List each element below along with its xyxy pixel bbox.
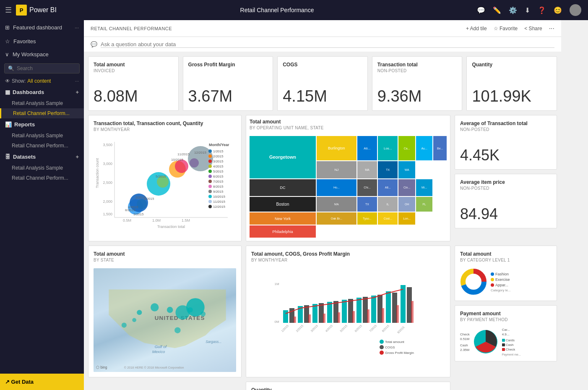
settings-icon[interactable]: ⚙️ — [509, 6, 517, 14]
svg-text:2/2015: 2/2015 — [295, 324, 304, 332]
svg-text:10/2015: 10/2015 — [171, 158, 183, 162]
sidebar-item-retail-channel[interactable]: Retail Channel Perform... — [0, 108, 84, 118]
svg-text:6/2015: 6/2015 — [213, 175, 224, 178]
svg-text:Sargass...: Sargass... — [206, 340, 221, 344]
svg-text:1,500: 1,500 — [103, 212, 112, 216]
qa-bar[interactable]: 💬 — [84, 37, 561, 52]
treemap-cell-tx1: TX — [378, 161, 398, 178]
treemap-cell-chi: Chi... — [357, 179, 377, 196]
content-header: RETAIL CHANNEL PERFORMANCE + Add tile ☆ … — [84, 20, 561, 37]
get-data-button[interactable]: ↗ Get Data — [0, 374, 84, 390]
svg-text:8/2015: 8/2015 — [213, 185, 224, 188]
tile-cogs: COGS 4.15M — [277, 56, 368, 111]
download-icon[interactable]: ⬇ — [525, 6, 530, 14]
chevron-down-icon: ∨ — [5, 51, 9, 58]
treemap-cell-au: Au... — [416, 136, 432, 160]
hamburger-icon[interactable]: ☰ — [5, 5, 12, 15]
search-icon: 🔍 — [8, 65, 14, 71]
sidebar-item-dataset-retail-channel[interactable]: Retail Channel Perform... — [0, 173, 84, 183]
treemap-cell-ma2: MA — [317, 197, 356, 212]
bar-line-chart-svg: 1M 0M — [251, 268, 445, 361]
svg-text:4/2015: 4/2015 — [213, 165, 224, 168]
svg-rect-88 — [356, 298, 362, 323]
svg-text:9/2015: 9/2015 — [397, 326, 405, 334]
svg-text:3,500: 3,500 — [103, 143, 112, 147]
dashboards-section-header[interactable]: ▦ Dashboards + — [0, 86, 84, 98]
svg-point-39 — [208, 170, 212, 173]
treemap-cell-tx2: TX — [357, 197, 377, 212]
svg-rect-75 — [294, 317, 296, 323]
treemap-cell-wa: WA — [398, 161, 415, 178]
treemap-cell-fl: FL — [416, 197, 432, 212]
qa-input[interactable] — [101, 41, 554, 48]
search-input[interactable] — [17, 65, 76, 71]
treemap-cell-ho: Ho... — [317, 179, 356, 196]
svg-text:5/2015: 5/2015 — [213, 170, 224, 173]
bubble-chart-svg: 3,500 3,000 2,500 2,000 1,500 0.5M 1.0M … — [94, 138, 236, 234]
svg-text:6/2015: 6/2015 — [354, 324, 362, 332]
avg-transaction-value: 4.45K — [460, 140, 552, 164]
avatar[interactable] — [570, 4, 581, 16]
svg-text:2,000: 2,000 — [103, 199, 112, 204]
tile-quantity: Quantity 101.99K — [466, 56, 557, 111]
search-bar[interactable]: 🔍 — [4, 63, 80, 73]
svg-point-111 — [380, 345, 384, 349]
svg-text:1/2015: 1/2015 — [281, 324, 289, 332]
svg-text:0.5M: 0.5M — [123, 218, 131, 222]
tile-avg-transaction: Average of Transaction total NON-POSTED … — [455, 115, 557, 170]
svg-text:10/2015: 10/2015 — [213, 195, 225, 199]
svg-rect-96 — [396, 305, 399, 323]
svg-point-53 — [208, 205, 212, 208]
svg-point-33 — [208, 154, 212, 158]
tile-quantity-employee: Quantity BY EMPLOYEE NAME 10K 5K 0K — [246, 382, 450, 390]
svg-point-31 — [208, 149, 212, 153]
edit-icon[interactable]: ✏️ — [493, 6, 501, 14]
share-button[interactable]: < Share — [524, 26, 542, 31]
add-tile-button[interactable]: + Add tile — [466, 26, 487, 31]
topbar-actions: 💬 ✏️ ⚙️ ⬇ ❓ 😊 — [470, 4, 588, 16]
svg-point-47 — [208, 190, 212, 193]
svg-rect-84 — [338, 312, 340, 323]
show-content-row[interactable]: 👁 Show: All content ··· — [0, 76, 84, 86]
svg-text:1.5M: 1.5M — [182, 218, 190, 222]
sidebar-item-favorites[interactable]: ☆ Favorites — [0, 35, 84, 48]
svg-rect-81 — [323, 314, 325, 323]
reports-section-header[interactable]: 📊 Reports — [0, 118, 84, 131]
add-dataset-icon[interactable]: + — [75, 154, 79, 160]
treemap-cell-atl: Atl... — [378, 179, 398, 196]
treemap-cell-oakbr: Oak Br... — [317, 212, 356, 225]
sidebar-item-retail-analysis[interactable]: Retail Analysis Sample — [0, 98, 84, 108]
treemap-cell-tyso: Tyso... — [357, 212, 377, 225]
svg-text:5/2015: 5/2015 — [339, 324, 348, 332]
add-dashboard-icon[interactable]: + — [75, 89, 79, 95]
favorite-button[interactable]: ☆ Favorite — [494, 26, 518, 31]
map-svg: UNITED STATES — [94, 268, 236, 372]
datasets-section-header[interactable]: 🗄 Datasets + — [0, 151, 84, 163]
svg-text:3/2015: 3/2015 — [133, 212, 144, 216]
treemap-cell-los: Los... — [378, 136, 398, 160]
treemap-cell-ati: Ati... — [357, 136, 377, 160]
sidebar-item-report-retail-channel[interactable]: Retail Channel Perform... — [0, 141, 84, 151]
sidebar-section-workspace[interactable]: ∨ My Workspace — [0, 48, 84, 61]
svg-text:⬡ bing: ⬡ bing — [96, 365, 107, 369]
svg-text:1M: 1M — [274, 282, 279, 286]
show-more-icon[interactable]: ··· — [75, 79, 79, 84]
svg-text:Total amount: Total amount — [385, 340, 405, 344]
sidebar-item-report-retail-analysis[interactable]: Retail Analysis Sample — [0, 131, 84, 141]
svg-rect-97 — [401, 285, 406, 323]
svg-text:0M: 0M — [274, 320, 279, 324]
report-icon: 📊 — [5, 121, 12, 128]
featured-more-icon[interactable]: ··· — [75, 25, 79, 31]
chat-icon[interactable]: 💬 — [477, 6, 485, 14]
sidebar-item-dataset-retail-analysis[interactable]: Retail Analysis Sample — [0, 163, 84, 173]
more-options-icon[interactable]: ··· — [549, 25, 554, 32]
svg-point-113 — [380, 351, 384, 355]
help-icon[interactable]: ❓ — [538, 6, 546, 14]
user-icon[interactable]: 😊 — [554, 6, 562, 14]
tile-transaction-chart: Transaction total, Transaction count, Qu… — [88, 115, 242, 241]
svg-text:3/2015: 3/2015 — [310, 324, 318, 332]
sidebar-item-featured[interactable]: ⊞ Featured dashboard ··· — [0, 20, 84, 35]
treemap-cell-newyork: New York — [250, 212, 316, 225]
svg-point-118 — [469, 277, 478, 286]
dashboard-icon: ⊞ — [5, 24, 10, 31]
